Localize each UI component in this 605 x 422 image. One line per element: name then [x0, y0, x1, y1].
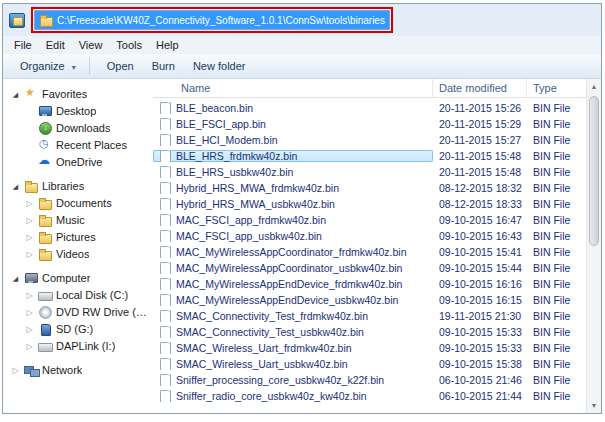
expander-icon[interactable] — [25, 228, 34, 245]
file-row[interactable]: SMAC_Connectivity_Test_usbkw40z.bin 09-1… — [153, 324, 586, 340]
menu-item[interactable]: Tools — [109, 37, 149, 53]
file-date-modified: 09-10-2015 15:33 — [433, 342, 527, 354]
scrollbar-track[interactable] — [587, 94, 601, 398]
sidebar-item[interactable]: Documents — [7, 194, 153, 211]
toolbar-button-label: New folder — [193, 60, 246, 72]
expander-icon[interactable] — [25, 286, 34, 303]
file-type: BIN File — [527, 182, 586, 194]
sidebar-item[interactable]: Downloads — [7, 119, 153, 136]
menu-item[interactable]: Edit — [39, 37, 72, 53]
sidebar-item[interactable]: SD (G:) — [7, 320, 153, 337]
sidebar-item[interactable]: Network — [7, 361, 153, 378]
sidebar-item[interactable]: Desktop — [7, 102, 153, 119]
sidebar-item[interactable]: Local Disk (C:) — [7, 286, 153, 303]
expander-icon[interactable] — [25, 337, 34, 354]
file-list: BLE_beacon.bin 20-11-2015 15:26 BIN File… — [153, 98, 586, 413]
expander-icon[interactable] — [25, 303, 34, 320]
file-type: BIN File — [527, 374, 586, 386]
sidebar-item-label: Network — [42, 364, 82, 376]
file-name-cell: MAC_FSCI_app_usbkw40z.bin — [153, 230, 433, 242]
menu-bar: File Edit View Tools Help — [3, 36, 601, 54]
sidebar-item[interactable]: OneDrive — [7, 153, 153, 170]
file-row[interactable]: MAC_MyWirelessAppCoordinator_usbkw40z.bi… — [153, 260, 586, 276]
file-row[interactable]: BLE_HRS_usbkw40z.bin 20-11-2015 15:48 BI… — [153, 164, 586, 180]
sidebar-item[interactable]: Recent Places — [7, 136, 153, 153]
sidebar-item[interactable]: DAPLink (I:) — [7, 337, 153, 354]
menu-item[interactable]: View — [72, 37, 110, 53]
sidebar-item[interactable]: Pictures — [7, 228, 153, 245]
expander-icon[interactable] — [11, 177, 20, 194]
vertical-scrollbar[interactable]: ▲ ▼ — [586, 79, 601, 413]
sidebar-item[interactable]: Libraries — [7, 177, 153, 194]
file-name: MAC_MyWirelessAppCoordinator_frdmkw40z.b… — [176, 246, 407, 258]
file-row[interactable]: SMAC_Wireless_Uart_frdmkw40z.bin 09-10-2… — [153, 340, 586, 356]
file-date-modified: 09-10-2015 16:16 — [433, 278, 527, 290]
file-icon — [158, 150, 172, 162]
toolbar-button[interactable]: Burn — [143, 57, 184, 75]
file-row[interactable]: Sniffer_radio_core_usbkw40z_kw40z.bin 06… — [153, 388, 586, 404]
file-row[interactable]: MAC_FSCI_app_frdmkw40z.bin 09-10-2015 16… — [153, 212, 586, 228]
explorer-window-icon[interactable] — [9, 13, 25, 28]
scrollbar-up-button[interactable]: ▲ — [587, 79, 601, 94]
expander-icon[interactable] — [11, 85, 20, 102]
sidebar-item[interactable]: Favorites — [7, 85, 153, 102]
file-date-modified: 20-11-2015 15:29 — [433, 118, 527, 130]
toolbar-button[interactable]: New folder — [184, 57, 255, 75]
scrollbar-down-button[interactable]: ▼ — [587, 398, 601, 413]
file-name: Sniffer_processing_core_usbkw40z_k22f.bi… — [176, 374, 384, 386]
expander-icon[interactable] — [25, 194, 34, 211]
file-type: BIN File — [527, 198, 586, 210]
file-row[interactable]: Hybrid_HRS_MWA_frdmkw40z.bin 08-12-2015 … — [153, 180, 586, 196]
file-icon — [158, 310, 172, 322]
file-name: MAC_FSCI_app_frdmkw40z.bin — [176, 214, 326, 226]
sidebar-item[interactable]: Music — [7, 211, 153, 228]
scrollbar-thumb[interactable] — [589, 96, 599, 246]
file-row[interactable]: BLE_beacon.bin 20-11-2015 15:26 BIN File — [153, 100, 586, 116]
column-header[interactable]: Type — [527, 79, 586, 97]
file-row[interactable]: BLE_HCI_Modem.bin 20-11-2015 15:27 BIN F… — [153, 132, 586, 148]
menu-item-label: Edit — [46, 39, 65, 51]
file-row[interactable]: Hybrid_HRS_MWA_usbkw40z.bin 08-12-2015 1… — [153, 196, 586, 212]
file-row[interactable]: MAC_MyWirelessAppCoordinator_frdmkw40z.b… — [153, 244, 586, 260]
expander-icon[interactable] — [25, 211, 34, 228]
address-bar[interactable]: C:\Freescale\KW40Z_Connectivity_Software… — [34, 10, 390, 30]
file-date-modified: 20-11-2015 15:48 — [433, 150, 527, 162]
column-header[interactable]: Name — [153, 79, 433, 97]
file-name-cell: Sniffer_processing_core_usbkw40z_k22f.bi… — [153, 374, 433, 386]
sidebar-item[interactable]: Computer — [7, 269, 153, 286]
file-date-modified: 09-10-2015 16:15 — [433, 294, 527, 306]
column-header[interactable]: Date modified — [433, 79, 527, 97]
file-row[interactable]: MAC_MyWirelessAppEndDevice_frdmkw40z.bin… — [153, 276, 586, 292]
file-row[interactable]: SMAC_Connectivity_Test_frdmkw40z.bin 19-… — [153, 308, 586, 324]
sd-icon — [38, 323, 52, 335]
sidebar-item-label: Local Disk (C:) — [56, 289, 128, 301]
sidebar-item-label: Pictures — [56, 231, 96, 243]
sidebar-item[interactable]: Videos — [7, 245, 153, 262]
file-name-cell: BLE_beacon.bin — [153, 102, 433, 114]
file-type: BIN File — [527, 262, 586, 274]
file-name-cell: MAC_MyWirelessAppEndDevice_frdmkw40z.bin — [153, 278, 433, 290]
file-name-cell: MAC_MyWirelessAppEndDevice_usbkw40z.bin — [153, 294, 433, 306]
sidebar-item-label: DAPLink (I:) — [56, 340, 115, 352]
column-headers: Name Date modified Type — [153, 79, 586, 98]
file-row[interactable]: BLE_HRS_frdmkw40z.bin 20-11-2015 15:48 B… — [153, 148, 586, 164]
file-row[interactable]: MAC_FSCI_app_usbkw40z.bin 09-10-2015 16:… — [153, 228, 586, 244]
expander-icon[interactable] — [25, 320, 34, 337]
sidebar-item[interactable]: DVD RW Drive (D:) StarWond... — [7, 303, 153, 320]
expander-icon[interactable] — [11, 361, 20, 378]
menu-item[interactable]: Help — [149, 37, 186, 53]
toolbar-button[interactable]: Open — [98, 57, 143, 75]
file-row[interactable]: SMAC_Wireless_Uart_usbkw40z.bin 09-10-20… — [153, 356, 586, 372]
menu-item[interactable]: File — [7, 37, 39, 53]
file-row[interactable]: Sniffer_processing_core_usbkw40z_k22f.bi… — [153, 372, 586, 388]
file-row[interactable]: MAC_MyWirelessAppEndDevice_usbkw40z.bin … — [153, 292, 586, 308]
sidebar-item-label: Recent Places — [56, 139, 127, 151]
file-row[interactable]: BLE_FSCI_app.bin 20-11-2015 15:29 BIN Fi… — [153, 116, 586, 132]
file-type: BIN File — [527, 134, 586, 146]
toolbar-button-label: Open — [107, 60, 134, 72]
expander-icon[interactable] — [25, 245, 34, 262]
toolbar-button-label: Organize — [20, 60, 65, 72]
expander-icon[interactable] — [11, 269, 20, 286]
toolbar-button[interactable]: Organize — [11, 57, 90, 75]
file-date-modified: 09-10-2015 15:44 — [433, 262, 527, 274]
